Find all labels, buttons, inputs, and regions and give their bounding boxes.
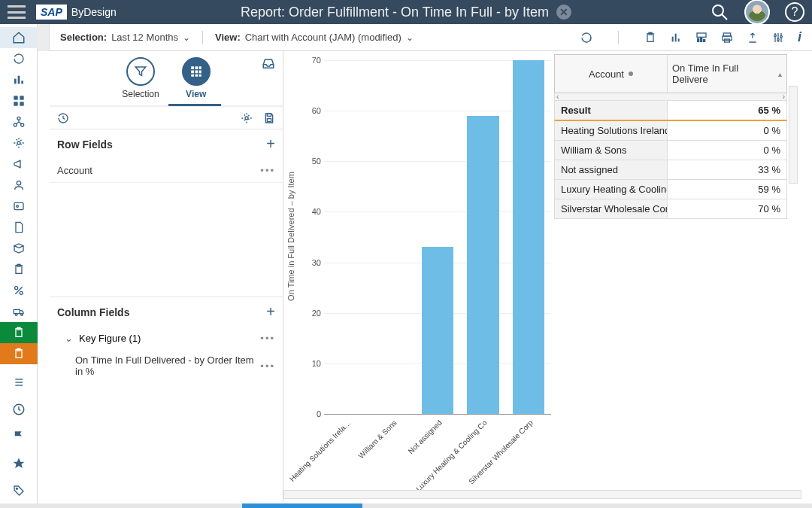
mode-underline [168, 104, 221, 106]
rail-flag-icon[interactable] [0, 426, 38, 447]
bar[interactable] [422, 247, 453, 414]
report-title: Report: Order Fulfillment - On Time In F… [241, 5, 549, 20]
svg-rect-39 [698, 38, 699, 41]
svg-point-48 [774, 35, 777, 37]
bar-chart-icon[interactable] [670, 32, 682, 44]
rail-doc-icon[interactable] [0, 217, 38, 238]
key-figure-sub-row[interactable]: On Time In Full Delivered - by Order Ite… [50, 350, 283, 382]
mode-view-button[interactable]: View [182, 57, 211, 99]
table-row[interactable]: Not assigned33 % [554, 160, 787, 180]
funnel-icon [126, 57, 155, 86]
rail-tag-icon[interactable] [0, 480, 38, 501]
settings-icon[interactable] [772, 32, 784, 44]
mode-selection-button[interactable]: Selection [122, 57, 159, 99]
history-icon[interactable] [57, 112, 69, 124]
svg-point-49 [777, 38, 780, 41]
rail-card-icon[interactable] [0, 196, 38, 217]
bar[interactable] [513, 60, 544, 414]
bar-slot: Luxury Heating & Cooling Co [460, 60, 505, 414]
close-report-button[interactable]: ✕ [556, 5, 571, 20]
save-icon[interactable] [263, 112, 275, 124]
print-icon[interactable] [721, 32, 733, 44]
svg-rect-3 [17, 76, 20, 84]
key-figure-sub-more-icon[interactable]: ••• [260, 360, 275, 372]
rail-clipboard-icon[interactable] [0, 259, 38, 280]
table-header-scroll[interactable]: ‹› [554, 93, 787, 101]
svg-point-32 [16, 488, 17, 489]
svg-rect-4 [21, 81, 23, 84]
chevron-down-icon[interactable]: ⌄ [65, 333, 73, 344]
rail-truck-icon[interactable] [0, 301, 38, 322]
table-cell-value: 0 % [668, 141, 786, 160]
svg-rect-57 [191, 75, 194, 77]
column-fields-section: Column Fields + ⌄ Key Figure (1) ••• On … [50, 297, 283, 382]
y-tick-label: 0 [306, 409, 321, 418]
key-figure-row[interactable]: ⌄ Key Figure (1) ••• [50, 327, 283, 350]
add-row-field-button[interactable]: + [266, 135, 275, 153]
table-row[interactable]: Heating Solutions Ireland0 % [554, 121, 787, 141]
x-axis [324, 414, 551, 415]
table-cell-name: Result [555, 101, 668, 120]
clipboard-icon[interactable] [644, 32, 656, 44]
svg-point-0 [713, 5, 723, 16]
export-icon[interactable] [747, 32, 759, 44]
rail-green-clipboard-icon[interactable] [0, 322, 38, 343]
rail-percent-icon[interactable] [0, 280, 38, 301]
x-category-label: Heating Solutions Irela… [288, 418, 347, 477]
inbox-icon[interactable] [262, 57, 275, 71]
search-icon[interactable] [710, 2, 729, 22]
rail-user-icon[interactable] [0, 175, 38, 196]
menu-button[interactable] [8, 5, 26, 19]
rail-chart-icon[interactable] [0, 69, 38, 90]
row-fields-title: Row Fields [57, 138, 113, 151]
svg-point-19 [20, 291, 23, 294]
grid-icon [182, 57, 211, 86]
table-chart-icon[interactable] [695, 32, 707, 44]
rail-clock-icon[interactable] [0, 399, 38, 420]
rail-gear-icon[interactable] [0, 132, 38, 154]
rail-orange-clipboard-icon[interactable] [0, 343, 38, 364]
table-row[interactable]: Result65 % [554, 101, 787, 121]
user-avatar[interactable] [744, 0, 770, 25]
table-vertical-scrollbar[interactable] [789, 86, 798, 184]
table-cell-name: Silverstar Wholesale Corp [555, 199, 668, 218]
row-field-account[interactable]: Account ••• [50, 159, 283, 183]
row-field-more-icon[interactable]: ••• [260, 165, 275, 176]
footer-bar [0, 503, 812, 508]
add-column-field-button[interactable]: + [266, 303, 275, 321]
y-tick-label: 30 [306, 258, 321, 267]
rail-megaphone-icon[interactable] [0, 154, 38, 175]
key-figure-more-icon[interactable]: ••• [260, 333, 275, 344]
info-icon[interactable]: i [798, 29, 801, 45]
selection-dropdown-icon[interactable]: ⌄ [183, 32, 190, 43]
table-row[interactable]: William & Sons0 % [554, 141, 787, 160]
svg-rect-53 [198, 66, 201, 69]
config-actions [50, 107, 283, 129]
rail-box-icon[interactable] [0, 238, 38, 259]
rail-dashboard-icon[interactable] [0, 90, 38, 111]
table-row[interactable]: Silverstar Wholesale Corp70 % [554, 199, 787, 219]
bar-slot: Silverstar Wholesale Corp [506, 60, 551, 414]
cog-icon[interactable] [241, 112, 253, 124]
table-row[interactable]: Luxury Heating & Cooling Co59 % [554, 180, 787, 199]
refresh-icon[interactable] [580, 32, 592, 44]
report-toolbar: Selection: Last 12 Months ⌄ View: Chart … [38, 24, 812, 51]
view-dropdown-icon[interactable]: ⌄ [406, 32, 414, 43]
key-figure-label: Key Figure (1) [79, 333, 141, 344]
svg-rect-55 [195, 71, 198, 74]
bottom-scrollbar[interactable] [283, 490, 801, 499]
row-fields-header: Row Fields + [50, 129, 283, 159]
svg-rect-51 [191, 66, 194, 69]
rail-star-icon[interactable] [0, 453, 38, 474]
bar[interactable] [467, 116, 498, 414]
rail-home-icon[interactable] [0, 27, 38, 48]
table-col-otif[interactable]: On Time In Full Delivere ▴ [668, 55, 786, 93]
rail-list-icon[interactable] [0, 372, 38, 393]
table-col-account[interactable]: Account [555, 55, 668, 93]
sort-asc-icon: ▴ [778, 70, 782, 78]
svg-rect-6 [20, 96, 23, 99]
rail-org-icon[interactable] [0, 111, 38, 132]
bar-slot: William & Sons [369, 60, 414, 414]
help-icon[interactable]: ? [785, 2, 804, 22]
rail-refresh-icon[interactable] [0, 48, 38, 69]
